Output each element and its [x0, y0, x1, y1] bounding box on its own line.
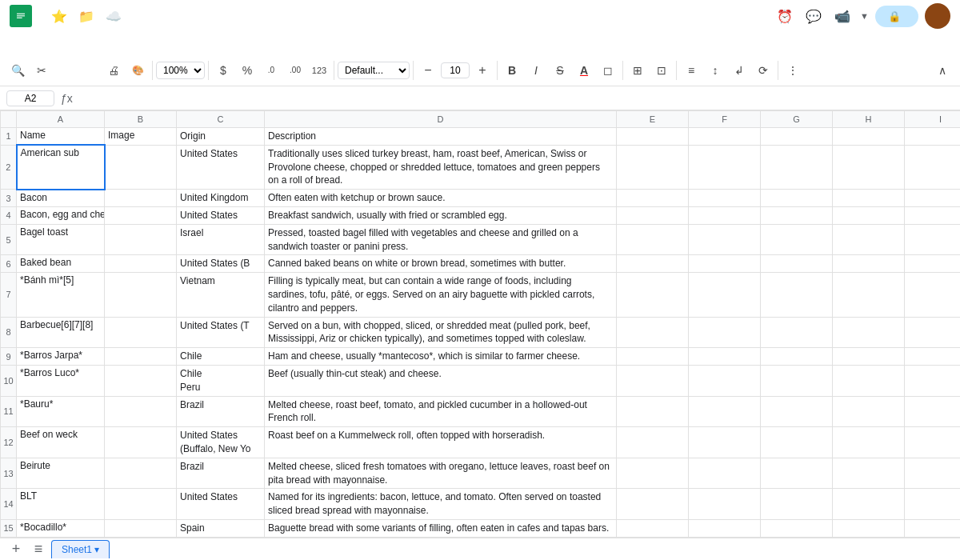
cell[interactable]: Canned baked beans on white or brown bre… — [265, 255, 617, 273]
cell[interactable]: Baked bean — [17, 255, 105, 273]
cell[interactable] — [833, 273, 905, 317]
cell[interactable]: ChilePeru — [177, 365, 265, 396]
cell[interactable] — [105, 273, 177, 317]
sheet-tab-sheet1[interactable]: Sheet1 ▾ — [51, 540, 110, 558]
col-header-b[interactable]: B — [105, 111, 177, 128]
cell[interactable] — [761, 348, 833, 366]
cell[interactable] — [105, 519, 177, 537]
cell[interactable]: Beef on weck — [17, 427, 105, 458]
cell[interactable]: Brazil — [177, 458, 265, 489]
cell[interactable] — [617, 128, 689, 146]
borders-btn[interactable]: ⊞ — [626, 59, 649, 82]
cell[interactable] — [617, 458, 689, 489]
col-header-e[interactable]: E — [617, 111, 689, 128]
cell[interactable]: Name — [17, 128, 105, 146]
cell[interactable]: *Bauru* — [17, 396, 105, 427]
cell[interactable] — [761, 255, 833, 273]
cell[interactable]: United Kingdom — [177, 190, 265, 207]
history-icon[interactable]: ⏰ — [774, 5, 796, 27]
cell[interactable] — [761, 396, 833, 427]
menu-tools[interactable] — [96, 41, 109, 46]
cell[interactable] — [689, 224, 761, 255]
cell[interactable] — [905, 365, 961, 396]
font-size-input[interactable] — [441, 62, 470, 78]
cell[interactable] — [761, 458, 833, 489]
cell[interactable]: Breakfast sandwich, usually with fried o… — [265, 206, 617, 224]
col-header-i[interactable]: I — [905, 111, 961, 128]
col-header-d[interactable]: D — [265, 111, 617, 128]
add-sheet-button[interactable]: + — [6, 540, 26, 559]
cell[interactable] — [689, 128, 761, 146]
more-btn[interactable]: ⋮ — [782, 59, 804, 82]
star-icon[interactable]: ⭐ — [48, 5, 70, 27]
fill-color-btn[interactable]: ◻ — [597, 59, 619, 82]
cell[interactable] — [689, 317, 761, 348]
font-select[interactable]: Default... Arial Times New Roman — [338, 62, 410, 79]
cell[interactable] — [105, 224, 177, 255]
cell[interactable] — [905, 458, 961, 489]
cell[interactable] — [761, 206, 833, 224]
cell[interactable] — [833, 255, 905, 273]
cell[interactable] — [833, 365, 905, 396]
wrap-btn[interactable]: ↲ — [728, 59, 750, 82]
menu-view[interactable] — [38, 41, 51, 46]
cell[interactable] — [689, 273, 761, 317]
cell[interactable] — [833, 206, 905, 224]
cell[interactable] — [833, 427, 905, 458]
cell[interactable] — [761, 317, 833, 348]
cell[interactable] — [105, 489, 177, 520]
cell[interactable]: Melted cheese, sliced fresh tomatoes wit… — [265, 458, 617, 489]
cell[interactable] — [617, 317, 689, 348]
text-color-btn[interactable]: A — [573, 59, 595, 82]
cell[interactable]: *Bocadillo* — [17, 519, 105, 537]
cell[interactable] — [905, 489, 961, 520]
cell[interactable]: United States (B — [177, 255, 265, 273]
cell[interactable]: Ham and cheese, usually *mantecoso*, whi… — [265, 348, 617, 366]
cell[interactable]: United States(Buffalo, New Yo — [177, 427, 265, 458]
cell[interactable]: United States — [177, 145, 265, 189]
cell[interactable] — [689, 348, 761, 366]
col-header-c[interactable]: C — [177, 111, 265, 128]
cell[interactable] — [905, 224, 961, 255]
spreadsheet-scroll[interactable]: A B C D E F G H I J K L M 1NameImageOrig… — [0, 110, 960, 538]
cell[interactable] — [761, 224, 833, 255]
cell[interactable]: United States — [177, 489, 265, 520]
cell[interactable]: Often eaten with ketchup or brown sauce. — [265, 190, 617, 207]
cell[interactable]: Bagel toast — [17, 224, 105, 255]
meet-icon[interactable]: 📹 — [831, 5, 854, 27]
inc-dec-btn[interactable]: .00 — [284, 59, 306, 82]
cell[interactable] — [833, 396, 905, 427]
cell[interactable] — [617, 396, 689, 427]
cell[interactable]: Roast beef on a Kummelweck roll, often t… — [265, 427, 617, 458]
cell[interactable] — [833, 348, 905, 366]
cell[interactable] — [761, 365, 833, 396]
italic-btn[interactable]: I — [525, 59, 547, 82]
cell[interactable] — [617, 206, 689, 224]
cell[interactable] — [761, 427, 833, 458]
col-header-h[interactable]: H — [833, 111, 905, 128]
cell[interactable] — [761, 519, 833, 537]
cell[interactable] — [905, 519, 961, 537]
cell[interactable] — [617, 427, 689, 458]
cell[interactable] — [833, 519, 905, 537]
cell[interactable] — [905, 128, 961, 146]
cell[interactable] — [905, 427, 961, 458]
cell[interactable]: Israel — [177, 224, 265, 255]
col-header-g[interactable]: G — [761, 111, 833, 128]
menu-help[interactable] — [125, 41, 138, 46]
print-btn[interactable]: 🖨 — [102, 59, 125, 82]
merge-btn[interactable]: ⊡ — [650, 59, 673, 82]
redo-btn[interactable] — [78, 59, 101, 82]
cell[interactable] — [833, 317, 905, 348]
cloud-icon[interactable]: ☁️ — [102, 5, 125, 27]
cell[interactable]: Description — [265, 128, 617, 146]
cell-reference[interactable] — [6, 90, 54, 106]
paint-format-btn[interactable]: 🎨 — [126, 59, 149, 82]
menu-edit[interactable] — [24, 41, 37, 46]
undo-btn[interactable] — [54, 59, 77, 82]
rotate-btn[interactable]: ⟳ — [752, 59, 774, 82]
cell[interactable]: American sub — [17, 145, 105, 189]
share-button[interactable]: 🔒 — [875, 6, 918, 27]
cell[interactable] — [617, 224, 689, 255]
cell[interactable] — [905, 396, 961, 427]
